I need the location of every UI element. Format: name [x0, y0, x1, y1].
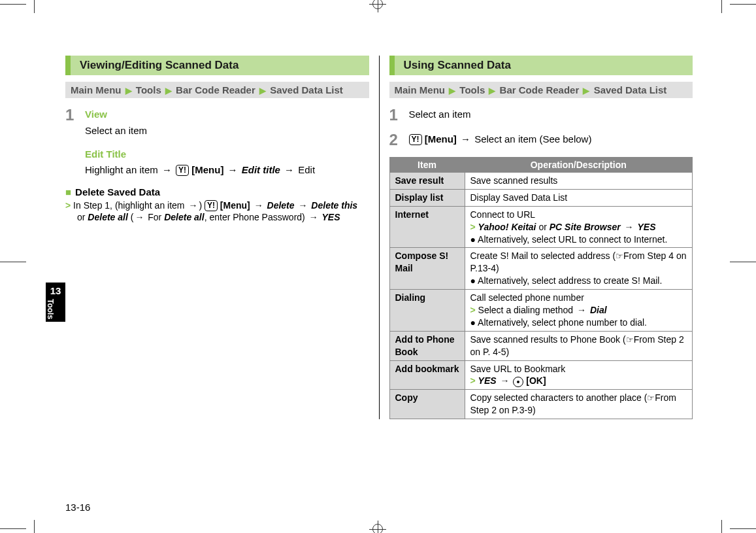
left-column: Viewing/Editing Scanned Data Main Menu ▶…	[65, 56, 379, 419]
y-key-icon: Y!	[176, 165, 189, 176]
ref-icon: ☞	[647, 393, 655, 403]
th-desc: Operation/Description	[465, 158, 693, 173]
chapter-label: Tools	[46, 299, 55, 319]
view-subhead: View	[85, 107, 369, 122]
y-key-icon: Y!	[409, 134, 422, 145]
banner-text: Viewing/Editing Scanned Data	[80, 59, 238, 72]
page-number: 13-16	[65, 502, 90, 513]
side-chapter-tab: 13 Tools	[46, 283, 65, 322]
right-step-2: 2 Y! [Menu] → Select an item (See below)	[389, 132, 693, 148]
th-item: Item	[389, 158, 465, 173]
ref-icon: ☞	[626, 335, 634, 345]
section-banner-right: Using Scanned Data	[389, 56, 693, 75]
delete-body: > In Step 1, (highlight an item →) Y! [M…	[65, 200, 369, 222]
section-banner-left: Viewing/Editing Scanned Data	[65, 56, 369, 75]
right-step-1: 1 Select an item	[389, 107, 693, 123]
edit-title-subhead: Edit Title	[85, 147, 369, 162]
operations-table: Item Operation/Description Save result S…	[389, 157, 693, 419]
chapter-number: 13	[46, 283, 65, 296]
view-text: Select an item	[85, 124, 369, 138]
edit-title-line: Highlight an item → Y! [Menu] → Edit tit…	[85, 163, 369, 177]
ok-key-icon	[513, 377, 523, 387]
banner-text: Using Scanned Data	[404, 59, 511, 72]
nav-path-right: Main Menu ▶ Tools ▶ Bar Code Reader ▶ Sa…	[389, 82, 693, 98]
y-key-icon: Y!	[205, 200, 218, 211]
nav-path-left: Main Menu ▶ Tools ▶ Bar Code Reader ▶ Sa…	[65, 82, 369, 98]
delete-header: Delete Saved Data	[65, 186, 369, 198]
right-column: Using Scanned Data Main Menu ▶ Tools ▶ B…	[380, 56, 693, 419]
left-step-1: 1 View Select an item Edit Title Highlig…	[65, 107, 369, 177]
ref-icon: ☞	[616, 251, 623, 261]
